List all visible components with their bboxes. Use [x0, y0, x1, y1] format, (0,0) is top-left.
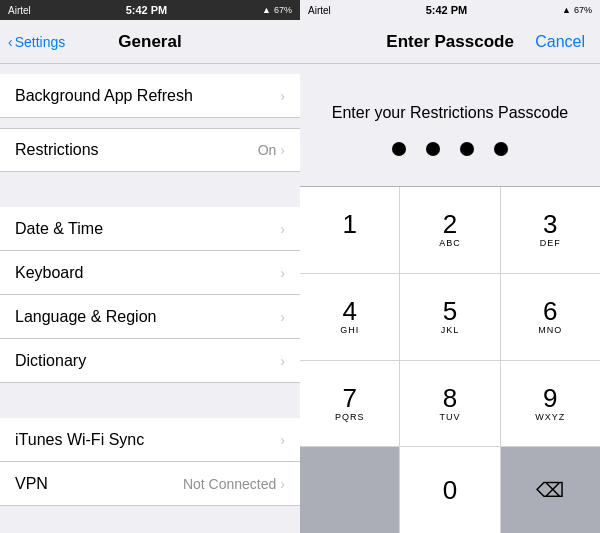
left-nav-title: General	[118, 32, 181, 52]
numpad-key-9[interactable]: 9 WXYZ	[501, 361, 600, 447]
right-panel: Airtel 5:42 PM ▲ 67% Enter Passcode Canc…	[300, 0, 600, 533]
numpad-key-5[interactable]: 5 JKL	[400, 274, 499, 360]
section-gap-1	[0, 64, 300, 74]
numpad-key-delete[interactable]: ⌫	[501, 447, 600, 533]
letters-8: TUV	[439, 412, 460, 422]
digit-3: 3	[543, 211, 557, 237]
row-label-restrictions: Restrictions	[15, 141, 99, 159]
right-battery-icon: 67%	[574, 5, 592, 15]
restrictions-right: On ›	[258, 142, 285, 158]
chevron-icon-restrictions: ›	[280, 142, 285, 158]
numpad-key-empty	[300, 447, 399, 533]
chevron-icon-keyboard: ›	[280, 265, 285, 281]
left-time: 5:42 PM	[126, 4, 168, 16]
section-gap-3	[0, 172, 300, 207]
letters-5: JKL	[441, 325, 460, 335]
digit-7: 7	[342, 385, 356, 411]
letters-2: ABC	[439, 238, 461, 248]
left-nav-bar: ‹ Settings General	[0, 20, 300, 64]
letters-7: PQRS	[335, 412, 365, 422]
digit-9: 9	[543, 385, 557, 411]
digit-8: 8	[443, 385, 457, 411]
section-gap-4	[0, 383, 300, 418]
digit-5: 5	[443, 298, 457, 324]
left-carrier: Airtel	[8, 5, 31, 16]
numpad-key-8[interactable]: 8 TUV	[400, 361, 499, 447]
settings-row-vpn[interactable]: VPN Not Connected ›	[0, 462, 300, 506]
wifi-icon: ▲	[262, 5, 271, 15]
numpad-key-6[interactable]: 6 MNO	[501, 274, 600, 360]
passcode-dot-4	[494, 142, 508, 156]
right-time: 5:42 PM	[426, 4, 468, 16]
passcode-dot-3	[460, 142, 474, 156]
row-label-dictionary: Dictionary	[15, 352, 86, 370]
right-nav-title: Enter Passcode	[365, 32, 535, 52]
right-nav-bar: Enter Passcode Cancel	[300, 20, 600, 64]
settings-row-dictionary[interactable]: Dictionary ›	[0, 339, 300, 383]
digit-4: 4	[342, 298, 356, 324]
chevron-icon-language: ›	[280, 309, 285, 325]
row-label-date-time: Date & Time	[15, 220, 103, 238]
letters-1	[348, 238, 352, 248]
passcode-section: Enter your Restrictions Passcode	[300, 64, 600, 186]
battery-icon: 67%	[274, 5, 292, 15]
cancel-button[interactable]: Cancel	[535, 33, 585, 51]
left-status-icons: ▲ 67%	[262, 5, 292, 15]
numpad-key-3[interactable]: 3 DEF	[501, 187, 600, 273]
numpad-key-2[interactable]: 2 ABC	[400, 187, 499, 273]
right-wifi-icon: ▲	[562, 5, 571, 15]
passcode-prompt: Enter your Restrictions Passcode	[332, 104, 569, 122]
chevron-icon-date-time: ›	[280, 221, 285, 237]
settings-row-date-time[interactable]: Date & Time ›	[0, 207, 300, 251]
right-carrier: Airtel	[308, 5, 331, 16]
delete-icon: ⌫	[536, 478, 564, 502]
chevron-icon-background: ›	[280, 88, 285, 104]
settings-row-keyboard[interactable]: Keyboard ›	[0, 251, 300, 295]
row-label-itunes: iTunes Wi-Fi Sync	[15, 431, 144, 449]
settings-row-language-region[interactable]: Language & Region ›	[0, 295, 300, 339]
settings-list: Background App Refresh › Restrictions On…	[0, 64, 300, 533]
row-label-background: Background App Refresh	[15, 87, 193, 105]
passcode-dot-1	[392, 142, 406, 156]
letters-4: GHI	[340, 325, 359, 335]
numpad: 1 2 ABC 3 DEF 4 GHI 5 JKL 6 MNO 7 PQRS	[300, 186, 600, 533]
back-label[interactable]: Settings	[15, 34, 66, 50]
row-label-vpn: VPN	[15, 475, 48, 493]
letters-3: DEF	[540, 238, 561, 248]
settings-row-restrictions[interactable]: Restrictions On ›	[0, 128, 300, 172]
letters-9: WXYZ	[535, 412, 565, 422]
digit-2: 2	[443, 211, 457, 237]
back-button[interactable]: ‹ Settings	[8, 34, 65, 50]
restrictions-value: On	[258, 142, 277, 158]
row-label-keyboard: Keyboard	[15, 264, 84, 282]
section-gap-2	[0, 118, 300, 128]
digit-0: 0	[443, 477, 457, 503]
row-label-language: Language & Region	[15, 308, 156, 326]
numpad-key-4[interactable]: 4 GHI	[300, 274, 399, 360]
passcode-dots	[392, 142, 508, 156]
left-panel: Airtel 5:42 PM ▲ 67% ‹ Settings General …	[0, 0, 300, 533]
settings-row-background-app-refresh[interactable]: Background App Refresh ›	[0, 74, 300, 118]
digit-6: 6	[543, 298, 557, 324]
chevron-icon-dictionary: ›	[280, 353, 285, 369]
numpad-key-0[interactable]: 0	[400, 447, 499, 533]
left-status-bar: Airtel 5:42 PM ▲ 67%	[0, 0, 300, 20]
numpad-key-7[interactable]: 7 PQRS	[300, 361, 399, 447]
numpad-key-1[interactable]: 1	[300, 187, 399, 273]
chevron-icon-vpn: ›	[280, 476, 285, 492]
section-gap-5	[0, 506, 300, 533]
digit-1: 1	[342, 211, 356, 237]
right-status-icons: ▲ 67%	[562, 5, 592, 15]
right-status-bar: Airtel 5:42 PM ▲ 67%	[300, 0, 600, 20]
settings-row-itunes-wifi[interactable]: iTunes Wi-Fi Sync ›	[0, 418, 300, 462]
letters-6: MNO	[538, 325, 562, 335]
vpn-value: Not Connected	[183, 476, 276, 492]
vpn-right: Not Connected ›	[183, 476, 285, 492]
chevron-icon-itunes: ›	[280, 432, 285, 448]
back-chevron-icon: ‹	[8, 34, 13, 50]
passcode-dot-2	[426, 142, 440, 156]
